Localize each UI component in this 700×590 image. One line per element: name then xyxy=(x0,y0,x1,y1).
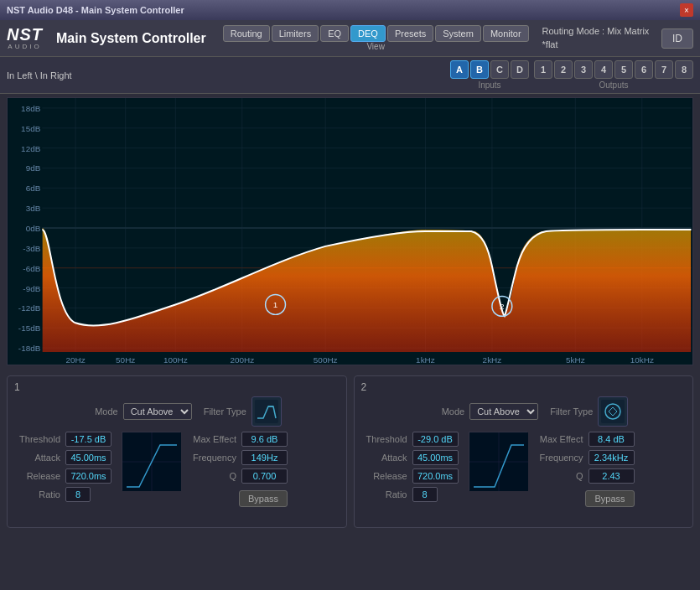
svg-text:5kHz: 5kHz xyxy=(566,355,585,365)
panel-2-frequency-row: Frequency 2.34kHz xyxy=(537,450,635,465)
panel-2-number: 2 xyxy=(361,381,367,393)
panel-2-mode-label: Mode xyxy=(418,406,464,417)
output-group: 1 2 3 4 5 6 7 8 xyxy=(534,60,693,79)
panel-2-q-label: Q xyxy=(537,471,583,481)
panel-1-attack-value: 45.00ms xyxy=(65,450,111,465)
panel-1-release-label: Release xyxy=(14,471,60,481)
nav-limiters[interactable]: Limiters xyxy=(272,25,319,42)
panel-2-attack-row: Attack 45.00ms xyxy=(361,450,459,465)
panel-1-attack-row: Attack 45.00ms xyxy=(14,450,111,465)
routing-info: Routing Mode : Mix Matrix *flat xyxy=(542,25,650,51)
id-button[interactable]: ID xyxy=(661,28,693,49)
panel-2-mode-select[interactable]: Cut Above xyxy=(469,403,538,420)
output-1-button[interactable]: 1 xyxy=(534,60,552,79)
svg-text:10kHz: 10kHz xyxy=(630,355,654,365)
svg-rect-55 xyxy=(601,400,625,423)
output-5-button[interactable]: 5 xyxy=(614,60,633,79)
panel-1: 1 Mode Cut Above Filter Type xyxy=(7,375,347,528)
output-8-button[interactable]: 8 xyxy=(675,60,693,79)
channel-bar: In Left \ In Right A B C D Inputs 1 2 3 … xyxy=(0,57,700,94)
input-a-button[interactable]: A xyxy=(450,60,469,79)
panel-2-threshold-label: Threshold xyxy=(361,434,407,444)
panel-1-frequency-row: Frequency 149Hz xyxy=(190,450,288,465)
main-title: Main System Controller xyxy=(56,31,206,46)
svg-text:-12dB: -12dB xyxy=(18,303,41,313)
panel-1-params-right: Max Effect 9.6 dB Frequency 149Hz Q 0.70… xyxy=(190,432,288,507)
io-buttons: A B C D Inputs 1 2 3 4 5 6 7 8 Ou xyxy=(450,60,693,90)
panel-1-ratio-row: Ratio 8 xyxy=(14,487,111,502)
panel-2-params-left: Threshold -29.0 dB Attack 45.00ms Releas… xyxy=(361,432,459,507)
panel-2-q-value: 2.43 xyxy=(589,468,635,484)
svg-text:18dB: 18dB xyxy=(21,104,41,113)
svg-text:0dB: 0dB xyxy=(26,224,41,233)
routing-flat-text: *flat xyxy=(542,39,650,51)
nav-presets[interactable]: Presets xyxy=(387,25,433,42)
svg-text:-9dB: -9dB xyxy=(23,284,40,293)
panel-1-maxeffect-value: 9.6 dB xyxy=(241,432,288,447)
panel-1-mini-graph xyxy=(122,432,180,490)
input-b-button[interactable]: B xyxy=(470,60,489,79)
nav-deq[interactable]: DEQ xyxy=(350,25,386,42)
nav-system[interactable]: System xyxy=(435,25,481,42)
panel-1-frequency-value: 149Hz xyxy=(241,450,288,465)
output-4-button[interactable]: 4 xyxy=(594,60,613,79)
eq-canvas[interactable]: 18dB 15dB 12dB 9dB 6dB 3dB 0dB -3dB -6dB… xyxy=(7,97,693,365)
panel-2-release-row: Release 720.0ms xyxy=(361,468,459,484)
svg-text:9dB: 9dB xyxy=(26,163,41,173)
svg-text:100Hz: 100Hz xyxy=(163,355,188,365)
panel-2: 2 Mode Cut Above Filter Type xyxy=(354,375,694,528)
panel-1-release-value: 720.0ms xyxy=(65,468,111,484)
panel-1-mode-select[interactable]: Cut Above xyxy=(123,403,192,420)
panel-1-threshold-value: -17.5 dB xyxy=(65,432,111,447)
panel-1-attack-label: Attack xyxy=(14,453,60,463)
svg-text:20Hz: 20Hz xyxy=(65,355,85,365)
panel-2-attack-label: Attack xyxy=(361,453,407,463)
input-c-button[interactable]: C xyxy=(490,60,509,79)
panel-1-release-row: Release 720.0ms xyxy=(14,468,111,484)
panel-1-maxeffect-row: Max Effect 9.6 dB xyxy=(190,432,288,447)
input-d-button[interactable]: D xyxy=(511,60,529,79)
panel-2-ratio-label: Ratio xyxy=(361,489,407,499)
panel-1-frequency-label: Frequency xyxy=(190,453,236,463)
svg-text:6dB: 6dB xyxy=(26,184,41,193)
output-6-button[interactable]: 6 xyxy=(635,60,653,79)
svg-text:50Hz: 50Hz xyxy=(116,355,135,365)
panel-1-q-row: Q 0.700 xyxy=(190,468,288,484)
header: NST AUDIO Main System Controller Routing… xyxy=(0,20,700,57)
panel-2-filter-label: Filter Type xyxy=(550,406,593,417)
panel-2-params-right: Max Effect 8.4 dB Frequency 2.34kHz Q 2.… xyxy=(537,432,635,507)
channel-label: In Left \ In Right xyxy=(7,70,72,80)
nav-routing[interactable]: Routing xyxy=(223,25,270,42)
close-button[interactable]: × xyxy=(680,3,693,17)
panel-2-frequency-value: 2.34kHz xyxy=(589,450,635,465)
panel-1-number: 1 xyxy=(14,381,20,393)
panel-1-filter-label: Filter Type xyxy=(204,406,246,417)
panel-1-params-left: Threshold -17.5 dB Attack 45.00ms Releas… xyxy=(14,432,111,507)
title-bar: NST Audio D48 - Main System Controller × xyxy=(0,0,700,20)
svg-text:200Hz: 200Hz xyxy=(230,355,254,365)
output-3-button[interactable]: 3 xyxy=(574,60,593,79)
panel-2-q-row: Q 2.43 xyxy=(537,468,635,484)
nav-eq[interactable]: EQ xyxy=(320,25,349,42)
nav-buttons: Routing Limiters EQ DEQ Presets System M… xyxy=(223,25,529,42)
panel-1-bypass-button[interactable]: Bypass xyxy=(239,490,288,507)
main-container: NST AUDIO Main System Controller Routing… xyxy=(0,20,700,590)
svg-text:-18dB: -18dB xyxy=(18,344,41,353)
nav-monitor[interactable]: Monitor xyxy=(483,25,529,42)
input-group: A B C D xyxy=(450,60,529,79)
inputs-label: Inputs xyxy=(478,80,500,90)
panel-2-mini-graph xyxy=(469,432,527,490)
panel-1-mode-label: Mode xyxy=(72,406,118,417)
panel-1-q-value: 0.700 xyxy=(241,468,288,484)
panel-2-bypass-button[interactable]: Bypass xyxy=(585,490,634,507)
panel-2-filter-icon[interactable] xyxy=(598,396,628,427)
panel-1-mode-row: Mode Cut Above Filter Type xyxy=(14,396,340,427)
bottom-panels: 1 Mode Cut Above Filter Type xyxy=(0,369,700,535)
output-2-button[interactable]: 2 xyxy=(554,60,573,79)
panel-1-ratio-label: Ratio xyxy=(14,489,60,499)
svg-text:3dB: 3dB xyxy=(26,204,41,213)
output-7-button[interactable]: 7 xyxy=(655,60,673,79)
routing-mode-text: Routing Mode : Mix Matrix xyxy=(542,25,650,38)
panel-2-ratio-value: 8 xyxy=(412,487,438,502)
panel-1-filter-icon[interactable] xyxy=(251,396,282,427)
